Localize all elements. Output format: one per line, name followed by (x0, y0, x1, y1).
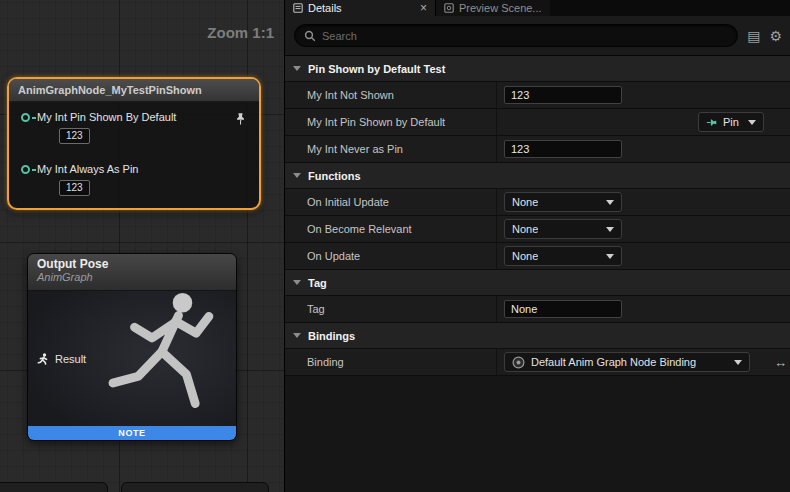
note-banner: NOTE (28, 426, 236, 440)
pose-pin-icon (37, 353, 49, 365)
chevron-down-icon (606, 200, 614, 205)
output-pose-node[interactable]: Output Pose AnimGraph (27, 253, 237, 441)
property-label: Tag (285, 296, 497, 322)
property-label: My Int Pin Shown by Default (285, 109, 497, 135)
tab-bar: Details × Preview Scene... (285, 0, 790, 16)
mannequin-image (83, 289, 233, 431)
pin-icon (706, 117, 717, 128)
output-pose-body: Result (28, 291, 236, 441)
dropdown-value: Default Anim Graph Node Binding (531, 356, 696, 368)
property-label: On Initial Update (285, 189, 497, 215)
partial-node[interactable] (0, 482, 108, 492)
search-icon (304, 30, 316, 42)
my-int-never-as-pin-input[interactable] (504, 140, 622, 158)
unreal-editor-window: Zoom 1:1 AnimGraphNode_MyTestPinShown My… (0, 0, 790, 492)
binding-dropdown[interactable]: Default Anim Graph Node Binding (504, 352, 750, 372)
property-row: My Int Pin Shown by Default Pin (285, 109, 790, 136)
details-panel: Details × Preview Scene... ▤ ⚙ (285, 0, 790, 492)
dropdown-value: None (512, 223, 538, 235)
preview-scene-tab-icon (444, 3, 454, 13)
pin-value-input[interactable]: 123 (59, 128, 90, 144)
section-bindings[interactable]: Bindings (285, 323, 790, 349)
pin-value-input[interactable]: 123 (59, 180, 90, 196)
pin-label: My Int Always As Pin (37, 163, 138, 175)
result-pin[interactable]: Result (37, 353, 86, 365)
dropdown-value: None (512, 250, 538, 262)
property-row: On Become Relevant None (285, 216, 790, 243)
details-empty-area (285, 376, 790, 492)
details-tab-icon (293, 3, 303, 13)
property-row: My Int Never as Pin (285, 136, 790, 163)
anim-graph-canvas[interactable]: Zoom 1:1 AnimGraphNode_MyTestPinShown My… (0, 0, 285, 492)
pin-row: My Int Pin Shown By Default (21, 111, 176, 123)
int-pin-icon[interactable] (21, 113, 30, 122)
property-row: Binding Default Anim Graph Node Binding … (285, 349, 790, 376)
int-pin-icon[interactable] (21, 165, 30, 174)
property-row: My Int Not Shown (285, 82, 790, 109)
property-row: On Update None (285, 243, 790, 270)
property-row: On Initial Update None (285, 189, 790, 216)
node-title: Output Pose (37, 257, 227, 271)
property-label: My Int Never as Pin (285, 136, 497, 162)
chevron-down-icon (293, 173, 301, 178)
property-label: On Become Relevant (285, 216, 497, 242)
binding-class-icon (512, 356, 525, 369)
section-label: Tag (308, 277, 327, 289)
property-label: My Int Not Shown (285, 82, 497, 108)
on-initial-update-dropdown[interactable]: None (504, 192, 622, 212)
unpin-icon[interactable] (234, 112, 247, 126)
section-pin-shown-by-default-test[interactable]: Pin Shown by Default Test (285, 56, 790, 82)
bind-toggle-icon[interactable]: ↔ (774, 355, 787, 370)
search-input[interactable] (322, 30, 728, 42)
on-become-relevant-dropdown[interactable]: None (504, 219, 622, 239)
zoom-indicator: Zoom 1:1 (207, 24, 274, 41)
output-pose-header[interactable]: Output Pose AnimGraph (28, 254, 236, 291)
search-toolbar: ▤ ⚙ (285, 16, 790, 56)
property-label: Binding (285, 349, 497, 375)
chevron-down-icon (606, 227, 614, 232)
view-options-icon[interactable]: ▤ (747, 29, 760, 43)
settings-gear-icon[interactable]: ⚙ (769, 29, 782, 43)
pin-label: My Int Pin Shown By Default (37, 111, 176, 123)
section-label: Bindings (308, 330, 355, 342)
pin-row: My Int Always As Pin (21, 163, 138, 175)
section-label: Pin Shown by Default Test (308, 63, 445, 75)
tab-label: Preview Scene... (459, 2, 542, 14)
property-label: On Update (285, 243, 497, 269)
chevron-down-icon (748, 120, 756, 125)
node-title[interactable]: AnimGraphNode_MyTestPinShown (9, 79, 259, 102)
chevron-down-icon (293, 66, 301, 71)
dropdown-value: Pin (723, 116, 739, 128)
chevron-down-icon (606, 254, 614, 259)
section-functions[interactable]: Functions (285, 163, 790, 189)
result-pin-label: Result (55, 353, 86, 365)
chevron-down-icon (734, 360, 742, 365)
close-icon[interactable]: × (420, 2, 427, 14)
chevron-down-icon (293, 333, 301, 338)
node-subtitle: AnimGraph (37, 271, 227, 283)
tab-preview-scene[interactable]: Preview Scene... (435, 0, 550, 16)
property-row: Tag (285, 296, 790, 323)
pin-mode-dropdown[interactable]: Pin (698, 112, 764, 132)
my-int-not-shown-input[interactable] (504, 86, 622, 104)
dropdown-value: None (512, 196, 538, 208)
partial-node[interactable] (121, 482, 269, 492)
tab-details[interactable]: Details × (285, 0, 435, 16)
on-update-dropdown[interactable]: None (504, 246, 622, 266)
section-label: Functions (308, 170, 361, 182)
tab-label: Details (308, 2, 342, 14)
tag-input[interactable] (504, 300, 622, 318)
section-tag[interactable]: Tag (285, 270, 790, 296)
chevron-down-icon (293, 280, 301, 285)
search-box[interactable] (294, 24, 738, 47)
anim-graph-node-mytestpinshown[interactable]: AnimGraphNode_MyTestPinShown My Int Pin … (7, 77, 261, 210)
